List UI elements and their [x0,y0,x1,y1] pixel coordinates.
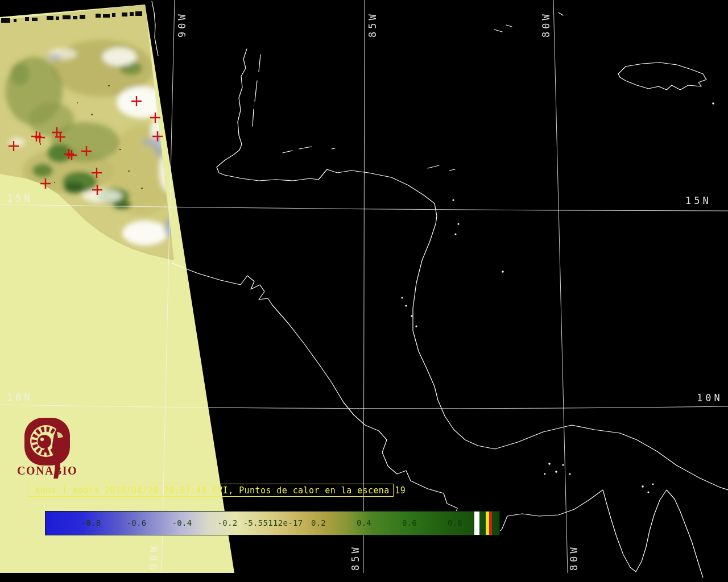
lon-label-90w-top: 90W [177,11,187,38]
colorbar-tick: 0.6 [402,512,417,535]
colorbar-stripe [489,512,492,535]
colorbar-tick: 0.4 [357,512,371,535]
lat-label-10n-left: 10N [7,392,33,402]
islands-belize-cays [253,55,335,153]
colorbar-stripe [474,512,479,535]
lon-label-80w-top: 80W [541,11,551,38]
scene-caption-box: aqua-1 modis 2010/04/20 20:07:49 EVI, Pu… [28,484,394,497]
colorbar-tick: -5.55112e-17 [243,512,303,535]
lon-label-80w-bottom: 80W [569,544,579,571]
lat-label-15n-right: 15N [685,196,712,206]
meridian-80w [553,0,568,573]
lon-label-90w-bottom: 90W [148,543,159,569]
lon-label-85w-top: 85W [367,11,378,38]
conabio-logo-text: CONABIO [14,464,81,477]
colorbar-tick: 0.8 [448,512,462,535]
colorbar-tick: -0.4 [172,512,192,535]
colorbar-tick: -0.2 [218,512,238,535]
map-viewport: 90W 85W 80W 90W 85W 80W 15N 15N 10N 10N … [0,0,728,582]
lat-label-15n-left: 15N [7,193,33,203]
island-jamaica [618,63,706,90]
evi-colorbar: -0.8 -0.6 -0.4 -0.2 -5.55112e-17 0.2 0.4… [46,512,499,535]
lat-label-10n-right: 10N [697,393,723,403]
island-dots [402,102,714,493]
colorbar-tick: 0.2 [311,512,326,535]
coast-caribbean [217,49,728,490]
colorbar-tick: -0.8 [81,512,101,535]
scene-caption-text: aqua-1 modis 2010/04/20 20:07:49 EVI, Pu… [35,485,406,496]
coast-yucatan-fragment [152,1,158,56]
colorbar-tick: -0.6 [127,512,147,535]
lon-label-85w-bottom: 85W [350,544,361,571]
